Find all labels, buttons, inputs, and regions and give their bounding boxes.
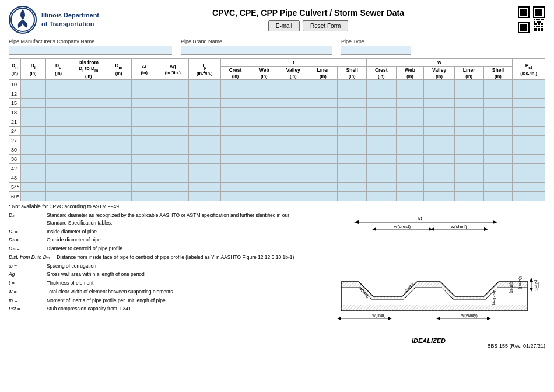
data-cell[interactable] [157, 80, 188, 89]
data-cell[interactable] [483, 136, 513, 145]
data-cell[interactable] [278, 145, 308, 155]
data-cell[interactable] [366, 155, 396, 164]
data-cell[interactable] [188, 155, 220, 164]
data-cell[interactable] [157, 108, 188, 117]
data-cell[interactable] [220, 145, 250, 155]
data-cell[interactable] [45, 99, 71, 108]
data-cell[interactable] [338, 99, 367, 108]
data-cell[interactable] [132, 164, 157, 173]
data-cell[interactable] [454, 155, 483, 164]
data-cell[interactable] [20, 192, 45, 201]
data-cell[interactable] [308, 136, 338, 145]
data-cell[interactable] [132, 192, 157, 201]
type-input[interactable] [341, 46, 411, 55]
data-cell[interactable] [278, 136, 308, 145]
data-cell[interactable] [188, 164, 220, 173]
data-cell[interactable] [71, 108, 106, 117]
data-cell[interactable] [308, 164, 338, 173]
data-cell[interactable] [483, 192, 513, 201]
data-cell[interactable] [20, 89, 45, 99]
data-cell[interactable] [20, 145, 45, 155]
data-cell[interactable] [454, 127, 483, 136]
data-cell[interactable] [338, 183, 367, 192]
dn-cell[interactable]: 54* [9, 183, 21, 192]
data-cell[interactable] [132, 145, 157, 155]
manufacturer-input[interactable] [9, 46, 172, 55]
data-cell[interactable] [366, 99, 396, 108]
data-cell[interactable] [513, 164, 545, 173]
data-cell[interactable] [483, 173, 513, 183]
data-cell[interactable] [250, 80, 278, 89]
data-cell[interactable] [220, 99, 250, 108]
dn-cell[interactable]: 30 [9, 145, 21, 155]
data-cell[interactable] [396, 89, 424, 99]
data-cell[interactable] [278, 164, 308, 173]
data-cell[interactable] [483, 108, 513, 117]
data-cell[interactable] [188, 117, 220, 127]
data-cell[interactable] [513, 136, 545, 145]
data-cell[interactable] [20, 136, 45, 145]
data-cell[interactable] [132, 117, 157, 127]
data-cell[interactable] [454, 89, 483, 99]
data-cell[interactable] [106, 99, 132, 108]
data-cell[interactable] [513, 173, 545, 183]
dn-cell[interactable]: 60* [9, 192, 21, 201]
data-cell[interactable] [250, 89, 278, 99]
data-cell[interactable] [71, 183, 106, 192]
data-cell[interactable] [106, 80, 132, 89]
data-cell[interactable] [45, 183, 71, 192]
data-cell[interactable] [71, 80, 106, 89]
data-cell[interactable] [250, 127, 278, 136]
data-cell[interactable] [278, 108, 308, 117]
data-cell[interactable] [513, 127, 545, 136]
dn-cell[interactable]: 27 [9, 136, 21, 145]
data-cell[interactable] [483, 183, 513, 192]
data-cell[interactable] [483, 117, 513, 127]
data-cell[interactable] [220, 164, 250, 173]
data-cell[interactable] [338, 155, 367, 164]
data-cell[interactable] [483, 80, 513, 89]
data-cell[interactable] [424, 164, 454, 173]
data-cell[interactable] [45, 127, 71, 136]
data-cell[interactable] [424, 145, 454, 155]
data-cell[interactable] [220, 173, 250, 183]
data-cell[interactable] [308, 127, 338, 136]
data-cell[interactable] [366, 127, 396, 136]
data-cell[interactable] [338, 80, 367, 89]
data-cell[interactable] [45, 145, 71, 155]
data-cell[interactable] [308, 80, 338, 89]
data-cell[interactable] [106, 192, 132, 201]
data-cell[interactable] [483, 155, 513, 164]
data-cell[interactable] [424, 136, 454, 145]
data-cell[interactable] [483, 99, 513, 108]
data-cell[interactable] [71, 155, 106, 164]
data-cell[interactable] [483, 145, 513, 155]
data-cell[interactable] [396, 117, 424, 127]
data-cell[interactable] [106, 136, 132, 145]
data-cell[interactable] [106, 108, 132, 117]
data-cell[interactable] [106, 145, 132, 155]
data-cell[interactable] [20, 108, 45, 117]
data-cell[interactable] [396, 99, 424, 108]
data-cell[interactable] [366, 108, 396, 117]
data-cell[interactable] [20, 164, 45, 173]
data-cell[interactable] [71, 164, 106, 173]
data-cell[interactable] [20, 80, 45, 89]
data-cell[interactable] [132, 127, 157, 136]
data-cell[interactable] [278, 173, 308, 183]
data-cell[interactable] [20, 117, 45, 127]
brand-input[interactable] [181, 46, 332, 55]
data-cell[interactable] [338, 117, 367, 127]
data-cell[interactable] [188, 173, 220, 183]
data-cell[interactable] [132, 89, 157, 99]
data-cell[interactable] [454, 117, 483, 127]
data-cell[interactable] [454, 136, 483, 145]
data-cell[interactable] [71, 99, 106, 108]
data-cell[interactable] [157, 192, 188, 201]
data-cell[interactable] [106, 164, 132, 173]
data-cell[interactable] [308, 192, 338, 201]
data-cell[interactable] [188, 145, 220, 155]
data-cell[interactable] [483, 164, 513, 173]
data-cell[interactable] [454, 183, 483, 192]
data-cell[interactable] [220, 80, 250, 89]
